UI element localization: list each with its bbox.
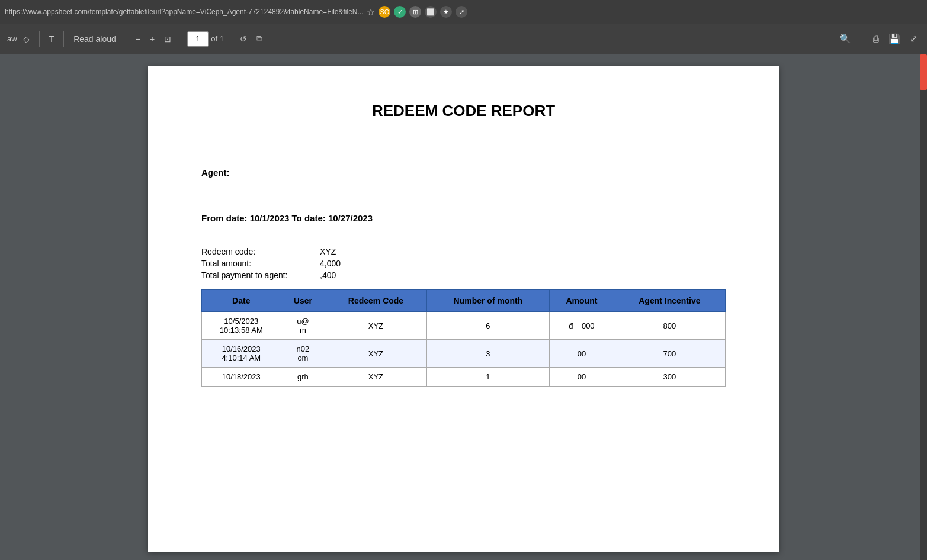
- divider-4: [181, 31, 181, 47]
- browser-chrome: https://www.appsheet.com/template/gettab…: [0, 0, 927, 24]
- divider-5: [230, 31, 230, 47]
- total-payment-value: ,400: [320, 271, 336, 280]
- page-number-input[interactable]: [187, 31, 209, 47]
- cell-month-1: 6: [426, 312, 550, 340]
- col-header-redeem-code: Redeem Code: [325, 290, 426, 312]
- scroll-thumb[interactable]: [920, 54, 927, 90]
- zoom-in-button[interactable]: +: [146, 32, 158, 46]
- total-payment-row: Total payment to agent: ,400: [201, 271, 726, 280]
- draw-label: aw: [7, 34, 17, 43]
- pdf-viewer: REDEEM CODE REPORT Agent: From date: 10/…: [0, 54, 927, 560]
- cell-month-3: 1: [426, 368, 550, 387]
- cell-date-1: 10/5/202310:13:58 AM: [202, 312, 281, 340]
- col-header-num-month: Number of month: [426, 290, 550, 312]
- zoom-out-button[interactable]: −: [132, 32, 144, 46]
- redeem-code-label: Redeem code:: [201, 247, 320, 256]
- cell-user-2: n02om: [281, 340, 325, 368]
- page-total-label: of 1: [211, 34, 224, 43]
- total-amount-label: Total amount:: [201, 259, 320, 268]
- bookmark-icon[interactable]: ☆: [367, 7, 375, 18]
- cell-amount-1: đ 000: [550, 312, 614, 340]
- page-select-button[interactable]: ⧉: [253, 31, 266, 46]
- col-header-date: Date: [202, 290, 281, 312]
- cell-month-2: 3: [426, 340, 550, 368]
- report-table: Date User Redeem Code Number of month Am…: [201, 289, 726, 387]
- cell-amount-3: 00: [550, 368, 614, 387]
- pdf-toolbar: aw ◇ T Read aloud − + ⊡ of 1 ↺ ⧉ 🔍 ⎙ 💾 ⤢: [0, 24, 927, 54]
- extension-icon-puzzle[interactable]: ⊞: [409, 6, 421, 18]
- favorites-icon[interactable]: ★: [440, 6, 452, 18]
- divider-6: [862, 31, 862, 47]
- toolbar-left-group: aw ◇ T Read aloud − + ⊡ of 1 ↺ ⧉: [7, 31, 266, 47]
- cell-date-3: 10/18/2023: [202, 368, 281, 387]
- url-text: https://www.appsheet.com/template/gettab…: [5, 8, 363, 16]
- scrollbar[interactable]: [920, 54, 927, 560]
- total-amount-row: Total amount: 4,000: [201, 259, 726, 268]
- text-button[interactable]: T: [46, 32, 58, 46]
- total-payment-label: Total payment to agent:: [201, 271, 320, 280]
- date-range: From date: 10/1/2023 To date: 10/27/2023: [201, 213, 726, 223]
- fit-page-button[interactable]: ⊡: [161, 32, 175, 46]
- table-header-row: Date User Redeem Code Number of month Am…: [202, 290, 726, 312]
- cell-incentive-2: 700: [614, 340, 725, 368]
- redeem-code-value: XYZ: [320, 247, 336, 256]
- share-icon[interactable]: ⤢: [456, 6, 467, 18]
- total-amount-value: 4,000: [320, 259, 341, 268]
- cell-date-2: 10/16/20234:10:14 AM: [202, 340, 281, 368]
- table-row: 10/5/202310:13:58 AM u@m XYZ 6 đ 000 800: [202, 312, 726, 340]
- divider-3: [126, 31, 126, 47]
- divider-1: [39, 31, 40, 47]
- search-button[interactable]: 🔍: [837, 31, 854, 47]
- cell-code-1: XYZ: [325, 312, 426, 340]
- report-title: REDEEM CODE REPORT: [201, 102, 726, 120]
- cell-incentive-1: 800: [614, 312, 725, 340]
- cell-code-3: XYZ: [325, 368, 426, 387]
- agent-field: Agent:: [201, 168, 726, 178]
- divider-2: [63, 31, 64, 47]
- extension-icon-sq[interactable]: SQ: [379, 6, 390, 18]
- save-button[interactable]: 💾: [886, 31, 903, 47]
- expand-button[interactable]: ⤢: [907, 31, 920, 47]
- agent-label: Agent:: [201, 168, 230, 178]
- cell-amount-2: 00: [550, 340, 614, 368]
- sidebar-icon[interactable]: ⬜: [425, 6, 437, 18]
- cell-user-3: grh: [281, 368, 325, 387]
- cell-user-1: u@m: [281, 312, 325, 340]
- cell-code-2: XYZ: [325, 340, 426, 368]
- eraser-button[interactable]: ◇: [20, 32, 33, 46]
- read-aloud-button[interactable]: Read aloud: [70, 32, 120, 46]
- table-row: 10/16/20234:10:14 AM n02om XYZ 3 00 700: [202, 340, 726, 368]
- print-button[interactable]: ⎙: [871, 31, 881, 47]
- toolbar-right-group: 🔍 ⎙ 💾 ⤢: [837, 31, 920, 47]
- extension-icon-check[interactable]: ✓: [394, 6, 406, 18]
- pdf-page: REDEEM CODE REPORT Agent: From date: 10/…: [148, 66, 779, 552]
- col-header-user: User: [281, 290, 325, 312]
- rotate-button[interactable]: ↺: [236, 32, 251, 46]
- col-header-incentive: Agent Incentive: [614, 290, 725, 312]
- col-header-amount: Amount: [550, 290, 614, 312]
- table-row: 10/18/2023 grh XYZ 1 00 300: [202, 368, 726, 387]
- redeem-code-row: Redeem code: XYZ: [201, 247, 726, 256]
- cell-incentive-3: 300: [614, 368, 725, 387]
- redeem-info: Redeem code: XYZ Total amount: 4,000 Tot…: [201, 247, 726, 280]
